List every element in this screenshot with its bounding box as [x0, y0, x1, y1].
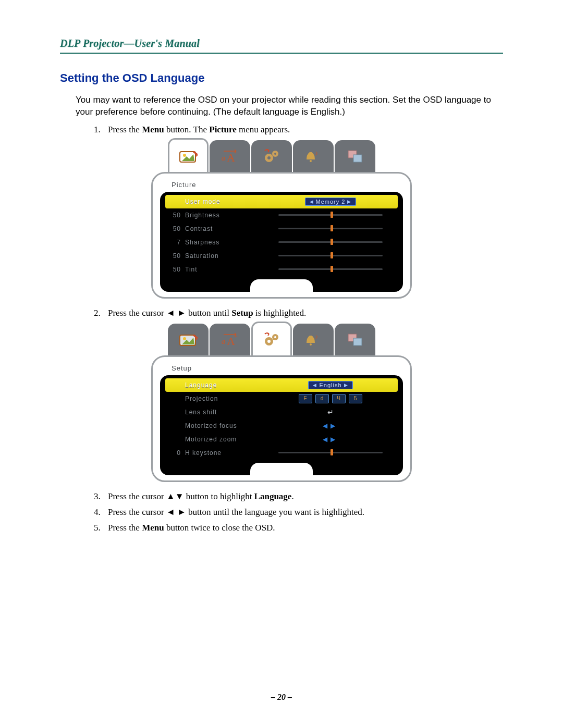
header-rule: [60, 53, 503, 54]
chevron-left-icon: ◀: [313, 382, 317, 388]
tab-pip[interactable]: [335, 140, 375, 172]
saturation-slider[interactable]: [278, 255, 383, 256]
osd-figure-setup: aA+ ♪ Setup: [151, 324, 412, 482]
row-language[interactable]: Language ◀ English ▶: [165, 378, 398, 392]
tab-setup[interactable]: [251, 140, 292, 172]
language-dropdown[interactable]: ◀ English ▶: [308, 381, 352, 389]
osd-notch: [250, 279, 313, 293]
gears-icon: [262, 331, 282, 349]
svg-point-6: [267, 156, 271, 159]
svg-text:a: a: [222, 154, 225, 162]
pip-icon: [345, 147, 365, 165]
row-projection[interactable]: Projection F d Ч Б: [165, 392, 398, 405]
intro-paragraph: You may want to reference the OSD on you…: [76, 94, 503, 118]
bell-music-icon: ♪: [303, 331, 323, 349]
projection-mode-icon[interactable]: Ч: [332, 394, 346, 403]
svg-text:a: a: [222, 338, 225, 346]
row-motorized-focus[interactable]: Motorized focus ◀▶: [165, 419, 398, 433]
osd-panel: Setup Language ◀ English ▶ Projec: [151, 355, 412, 482]
step-4: Press the cursor ◄ ► button until the la…: [103, 507, 503, 517]
osd-figure-picture: aA+ ♪ Picture: [151, 140, 412, 299]
osd-tab-row: aA+ ♪: [151, 140, 412, 174]
manual-page: DLP Projector—User's Manual Setting the …: [0, 0, 563, 728]
chevron-right-icon: ▶: [344, 382, 348, 388]
projection-mode-icon[interactable]: Б: [349, 394, 362, 403]
svg-point-22: [310, 343, 312, 346]
page-number: – 20 –: [0, 693, 563, 702]
osd-notch: [250, 463, 313, 476]
instruction-list-cont2: Press the cursor ▲▼ button to highlight …: [76, 491, 503, 533]
svg-rect-12: [353, 155, 362, 162]
chevron-left-icon: ◀: [310, 199, 314, 204]
step-3: Press the cursor ▲▼ button to highlight …: [103, 491, 503, 502]
text-aa-icon: aA+: [220, 147, 240, 165]
row-contrast[interactable]: 50 Contrast: [165, 222, 398, 236]
svg-text:♪: ♪: [315, 333, 318, 340]
enter-icon: ↵: [327, 408, 334, 416]
osd-menu-list: User mode ◀ Memory 2 ▶ 50 Brightness: [160, 192, 403, 292]
step-5: Press the Menu button twice to close the…: [103, 523, 503, 533]
pip-icon: [345, 331, 365, 349]
instruction-list: Press the Menu button. The Picture menu …: [76, 125, 503, 135]
tab-setup[interactable]: [251, 322, 292, 357]
svg-point-14: [183, 337, 186, 340]
step-2: Press the cursor ◄ ► button until Setup …: [103, 308, 503, 318]
user-mode-dropdown[interactable]: ◀ Memory 2 ▶: [305, 198, 357, 206]
row-lens-shift[interactable]: Lens shift ↵: [165, 405, 398, 419]
projection-mode-icon[interactable]: F: [299, 394, 312, 403]
projection-mode-icon[interactable]: d: [315, 394, 329, 403]
osd-tab-row: aA+ ♪: [151, 324, 412, 357]
row-saturation[interactable]: 50 Saturation: [165, 249, 398, 263]
step-1: Press the Menu button. The Picture menu …: [103, 125, 503, 135]
picture-icon: [178, 331, 198, 349]
row-user-mode[interactable]: User mode ◀ Memory 2 ▶: [165, 195, 398, 208]
gears-icon: [262, 147, 282, 165]
svg-point-21: [274, 336, 276, 338]
svg-point-9: [310, 160, 312, 162]
brightness-slider[interactable]: [278, 214, 383, 216]
chevron-right-icon: ▶: [347, 199, 351, 204]
osd-menu-list: Language ◀ English ▶ Projection F d: [160, 375, 403, 475]
sharpness-slider[interactable]: [278, 241, 383, 243]
tab-alerts[interactable]: ♪: [293, 140, 334, 172]
doc-header: DLP Projector—User's Manual: [60, 38, 503, 50]
svg-point-19: [267, 340, 271, 343]
osd-panel: Picture User mode ◀ Memory 2 ▶ 50: [151, 172, 412, 299]
osd-title: Picture: [172, 181, 403, 189]
h-keystone-slider[interactable]: [278, 452, 383, 453]
instruction-list-cont: Press the cursor ◄ ► button until Setup …: [76, 308, 503, 318]
tab-alerts[interactable]: ♪: [293, 324, 334, 356]
contrast-slider[interactable]: [278, 228, 383, 229]
tab-text[interactable]: aA+: [210, 324, 250, 356]
row-sharpness[interactable]: 7 Sharpness: [165, 236, 398, 249]
row-tint[interactable]: 50 Tint: [165, 263, 398, 276]
tab-text[interactable]: aA+: [210, 140, 250, 172]
left-right-arrows-icon: ◀▶: [323, 436, 338, 443]
svg-point-8: [274, 153, 276, 155]
left-right-arrows-icon: ◀▶: [323, 422, 338, 429]
svg-text:♪: ♪: [315, 150, 318, 157]
row-h-keystone[interactable]: 0 H keystone: [165, 446, 398, 460]
picture-icon: [178, 147, 198, 165]
text-aa-icon: aA+: [220, 331, 240, 349]
tab-picture[interactable]: [168, 324, 209, 356]
osd-title: Setup: [172, 364, 403, 372]
section-heading: Setting the OSD Language: [60, 71, 503, 85]
row-motorized-zoom[interactable]: Motorized zoom ◀▶: [165, 433, 398, 446]
svg-point-1: [183, 154, 186, 157]
row-brightness[interactable]: 50 Brightness: [165, 208, 398, 222]
tab-pip[interactable]: [335, 324, 375, 356]
bell-music-icon: ♪: [303, 147, 323, 165]
svg-rect-25: [353, 338, 362, 346]
tint-slider[interactable]: [278, 268, 383, 270]
tab-picture[interactable]: [168, 138, 209, 174]
